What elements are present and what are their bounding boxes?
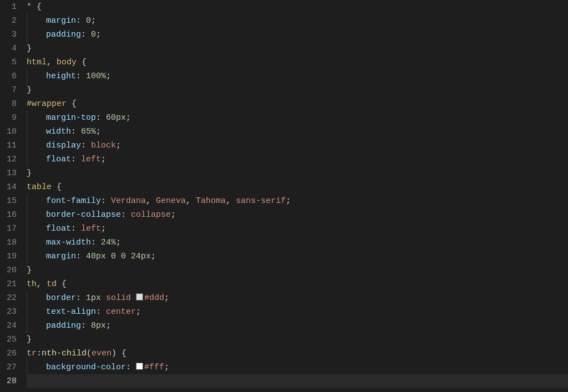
indent-guide	[27, 236, 46, 250]
code-line[interactable]: padding: 0;	[27, 28, 568, 42]
line-number: 13	[0, 166, 17, 180]
code-line[interactable]: }	[27, 263, 568, 277]
code-line[interactable]: #wrapper {	[27, 97, 568, 111]
code-line[interactable]: float: left;	[27, 222, 568, 236]
token-punc: ,	[186, 196, 196, 206]
token-punc: :	[76, 293, 86, 303]
token-prop: margin-top	[46, 113, 96, 123]
token-punc: ;	[96, 30, 101, 39]
token-prop: width	[46, 127, 71, 136]
token-prop: max-width	[46, 238, 91, 247]
indent-guide	[27, 139, 46, 152]
token-punc: ;	[136, 307, 141, 317]
token-num: 24%	[101, 238, 116, 247]
code-line[interactable]: display: block;	[27, 139, 568, 152]
token-val: even	[92, 349, 111, 358]
code-line[interactable]: background-color: #fff;	[27, 360, 568, 374]
token-brace: {	[57, 182, 62, 192]
code-line[interactable]: float: left;	[27, 152, 568, 166]
line-number: 5	[0, 55, 17, 69]
token-sel: td	[47, 279, 62, 289]
indent-guide	[27, 291, 46, 305]
token-brace: }	[27, 44, 32, 53]
token-brace: }	[27, 335, 32, 344]
line-number: 19	[0, 250, 17, 263]
code-line[interactable]: text-align: center;	[27, 305, 568, 319]
code-editor[interactable]: 1234567891011121314151617181920212223242…	[0, 0, 568, 392]
token-punc: ;	[151, 252, 156, 261]
line-number: 25	[0, 333, 17, 347]
token-punc: ;	[286, 196, 291, 206]
active-line-highlight	[27, 374, 568, 388]
code-line[interactable]: table {	[27, 180, 568, 194]
line-number-gutter: 1234567891011121314151617181920212223242…	[0, 0, 27, 392]
token-punc: ;	[101, 224, 106, 233]
token-sel: tr	[27, 349, 37, 358]
line-number: 24	[0, 319, 17, 333]
token-val: sans-serif	[236, 196, 286, 206]
code-line[interactable]: width: 65%;	[27, 125, 568, 139]
code-line[interactable]: font-family: Verdana, Geneva, Tahoma, sa…	[27, 194, 568, 208]
token-num: 1px	[86, 293, 101, 303]
color-swatch-icon[interactable]	[136, 293, 143, 301]
code-line[interactable]: padding: 8px;	[27, 319, 568, 333]
indent-guide	[27, 125, 46, 139]
token-prop: padding	[46, 30, 81, 39]
token-punc: ,	[226, 196, 236, 206]
code-line[interactable]: margin-top: 60px;	[27, 111, 568, 125]
token-punc: ;	[91, 16, 96, 26]
indent-guide	[27, 305, 46, 319]
token-punc: ,	[146, 196, 156, 206]
code-line[interactable]: th, td {	[27, 277, 568, 291]
code-line[interactable]: }	[27, 374, 568, 388]
token-sel: html	[27, 58, 47, 67]
token-val: collapse	[131, 210, 171, 220]
line-number: 9	[0, 111, 17, 125]
code-area[interactable]: * {margin: 0;padding: 0;}html, body {hei…	[27, 0, 568, 392]
token-punc: :	[37, 349, 42, 358]
code-line[interactable]: margin: 40px 0 0 24px;	[27, 250, 568, 263]
token-prop: height	[46, 72, 76, 81]
line-number: 7	[0, 83, 17, 97]
line-number: 23	[0, 305, 17, 319]
code-line[interactable]: html, body {	[27, 55, 568, 69]
token-punc: ;	[101, 155, 106, 164]
token-prop: float	[46, 224, 71, 233]
code-line[interactable]: border-collapse: collapse;	[27, 208, 568, 222]
token-punc: :	[76, 72, 86, 81]
token-punc: :	[96, 307, 106, 317]
code-line[interactable]: max-width: 24%;	[27, 236, 568, 250]
token-num: 65%	[81, 127, 96, 136]
line-number: 11	[0, 139, 17, 152]
token-punc: :	[91, 238, 101, 247]
token-punc: ;	[96, 127, 101, 136]
code-line[interactable]: border: 1px solid #ddd;	[27, 291, 568, 305]
token-punc: :	[81, 141, 91, 150]
code-line[interactable]: margin: 0;	[27, 14, 568, 28]
token-punc: ;	[106, 321, 111, 330]
token-brace: {	[72, 99, 77, 109]
code-line[interactable]: }	[27, 166, 568, 180]
color-swatch-icon[interactable]	[136, 363, 143, 370]
token-punc: ;	[126, 113, 131, 123]
line-number: 4	[0, 42, 17, 55]
token-prop: float	[46, 155, 71, 164]
token-punc: ,	[47, 58, 57, 67]
code-line[interactable]: }	[27, 42, 568, 55]
code-line[interactable]: }	[27, 83, 568, 97]
code-line[interactable]: height: 100%;	[27, 69, 568, 83]
indent-guide	[27, 28, 46, 42]
code-line[interactable]: * {	[27, 0, 568, 14]
token-prop: border	[46, 293, 76, 303]
code-line[interactable]: tr:nth-child(even) {	[27, 347, 568, 360]
token-num: 100%	[86, 72, 106, 81]
token-val: Geneva	[156, 196, 186, 206]
token-val: left	[81, 224, 101, 233]
indent-guide	[27, 14, 46, 28]
token-val: solid	[106, 293, 131, 303]
code-line[interactable]: }	[27, 333, 568, 347]
line-number: 18	[0, 236, 17, 250]
token-punc: ,	[37, 279, 47, 289]
token-punc: :	[121, 210, 131, 220]
token-paren: )	[111, 349, 121, 358]
